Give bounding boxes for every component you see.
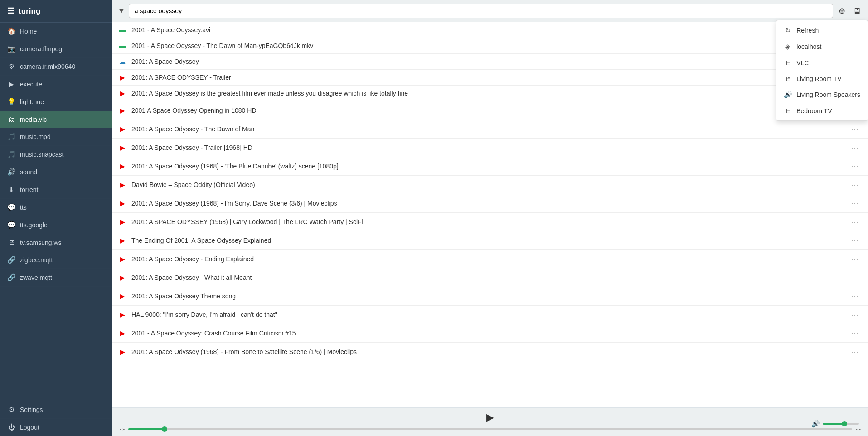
result-more-button[interactable]: ⋯ [849,328,861,338]
volume-knob[interactable] [842,421,847,426]
sidebar-item-sound[interactable]: 🔊 sound [0,163,112,181]
result-more-button[interactable]: ⋯ [849,143,861,153]
youtube-icon: ▶ [118,218,127,225]
sidebar-item-tts[interactable]: 💬 tts [0,199,112,216]
result-more-button[interactable]: ⋯ [849,273,861,283]
dropdown-vlc[interactable]: 🖥 VLC [776,55,868,71]
execute-icon: ▶ [7,80,15,88]
player-controls: ▶ [120,412,861,423]
sidebar-item-execute[interactable]: ▶ execute [0,76,112,93]
volume-area: 🔊 [811,420,859,428]
sidebar-item-media-vlc[interactable]: 🗂 media.vlc [0,111,112,128]
youtube-icon: ▶ [118,255,127,263]
torrent-icon: ⬇ [7,186,15,194]
sidebar-item-music-snapcast[interactable]: 🎵 music.snapcast [0,146,112,163]
result-more-button[interactable]: ⋯ [849,217,861,227]
result-row[interactable]: ▶2001: A Space Odyssey (1968) - 'The Blu… [112,157,868,176]
sidebar-item-camera-ffmpeg[interactable]: 📷 camera.ffmpeg [0,40,112,58]
player-progress: -:- -:- [120,426,861,432]
result-title: 2001: A Space Odyssey (1968) - I'm Sorry… [131,200,844,207]
media-icon: 🗂 [7,115,15,123]
dropdown-bedroom-tv[interactable]: 🖥 Bedroom TV [776,103,868,119]
results-list: ▬2001 - A Space Odyssey.avi▬2001 - A Spa… [112,22,868,407]
sidebar-item-light-hue-label: light.hue [20,98,44,105]
logout-icon: ⏻ [7,423,15,431]
result-title: 2001: A SPACE ODYSSEY - Trailer [131,74,861,81]
bedroom-tv-icon: 🖥 [784,107,792,115]
sidebar-item-camera-ir[interactable]: ⚙ camera.ir.mlx90640 [0,58,112,76]
dropdown-living-room-tv-label: Living Room TV [796,75,841,82]
result-row[interactable]: ▶David Bowie – Space Oddity (Official Vi… [112,176,868,194]
result-more-button[interactable]: ⋯ [849,291,861,301]
add-button[interactable]: ⊕ [837,5,847,17]
result-title: 2001: A Space Odyssey [131,58,861,65]
progress-bar[interactable] [128,428,852,430]
zigbee-icon: 🔗 [7,256,15,264]
result-row[interactable]: ▶2001: A SPACE ODYSSEY - Trailer [112,70,868,86]
result-row[interactable]: ▶2001: A Space Odyssey (1968) - From Bon… [112,343,868,361]
result-more-button[interactable]: ⋯ [849,124,861,134]
sidebar-item-torrent-label: torrent [20,186,38,193]
youtube-icon: ▶ [118,292,127,300]
result-more-button[interactable]: ⋯ [849,310,861,320]
settings-label: Settings [20,406,43,413]
result-row[interactable]: ▶2001: A Space Odyssey - Trailer [1968] … [112,139,868,157]
result-row[interactable]: ▶2001: A Space Odyssey Theme song⋯ [112,287,868,306]
search-input[interactable] [129,4,833,18]
menu-icon[interactable]: ☰ [7,6,14,16]
sidebar-item-zwave[interactable]: 🔗 zwave.mqtt [0,269,112,287]
dropdown-refresh-label: Refresh [796,27,819,34]
result-row[interactable]: ▶HAL 9000: "I'm sorry Dave, I'm afraid I… [112,306,868,324]
zwave-icon: 🔗 [7,273,15,282]
result-row[interactable]: ▬2001 - A Space Odyssey - The Dawn of Ma… [112,38,868,54]
result-title: 2001 - A Space Odyssey.avi [131,26,861,34]
tts-icon: 💬 [7,203,15,211]
result-row[interactable]: ▶2001 - A Space Odyssey: Crash Course Fi… [112,324,868,343]
result-row[interactable]: ▶2001 A Space Odyssey Opening in 1080 HD… [112,101,868,120]
sidebar-item-light-hue[interactable]: 💡 light.hue [0,93,112,111]
sidebar-item-settings[interactable]: ⚙ Settings [0,401,112,419]
dropdown-living-room-tv[interactable]: 🖥 Living Room TV [776,71,868,86]
result-row[interactable]: ▶2001: A Space Odyssey (1968) - I'm Sorr… [112,194,868,213]
play-button[interactable]: ▶ [486,412,494,423]
main-content: ▼ ⊕ 🖥 ↻ Refresh ◈ localhost 🖥 VLC 🖥 Livi… [112,0,868,436]
youtube-icon: ▶ [118,348,127,355]
progress-knob[interactable] [162,426,167,432]
result-row[interactable]: ▶2001: A Space Odyssey - The Dawn of Man… [112,120,868,139]
result-more-button[interactable]: ⋯ [849,198,861,208]
result-title: 2001 A Space Odyssey Opening in 1080 HD [131,107,844,114]
sidebar-item-home[interactable]: 🏠 Home [0,23,112,40]
result-title: David Bowie – Space Oddity (Official Vid… [131,181,844,188]
result-more-button[interactable]: ⋯ [849,180,861,190]
result-row[interactable]: ▬2001 - A Space Odyssey.avi [112,22,868,38]
filter-icon[interactable]: ▼ [118,7,125,15]
sidebar-item-torrent[interactable]: ⬇ torrent [0,181,112,199]
volume-bar[interactable] [823,423,859,425]
living-room-speakers-icon: 🔊 [784,91,792,99]
youtube-icon: ▶ [118,125,127,133]
youtube-icon: ▶ [118,330,127,337]
result-row[interactable]: ☁2001: A Space Odyssey [112,54,868,70]
header-actions: ⊕ 🖥 [837,5,863,17]
youtube-icon: ▶ [118,144,127,151]
result-row[interactable]: ▶2001: A Space Odyssey is the greatest f… [112,86,868,101]
result-row[interactable]: ▶2001: A Space Odyssey - Ending Explaine… [112,250,868,268]
result-more-button[interactable]: ⋯ [849,347,861,357]
result-more-button[interactable]: ⋯ [849,254,861,264]
result-more-button[interactable]: ⋯ [849,235,861,245]
dropdown-living-room-speakers-label: Living Room Speakers [796,91,860,98]
result-row[interactable]: ▶2001: A Space Odyssey - What it all Mea… [112,268,868,287]
sidebar-item-music-mpd[interactable]: 🎵 music.mpd [0,128,112,146]
dropdown-localhost[interactable]: ◈ localhost [776,38,868,55]
result-row[interactable]: ▶2001: A SPACE ODYSSEY (1968) | Gary Loc… [112,213,868,231]
dropdown-refresh[interactable]: ↻ Refresh [776,22,868,38]
monitor-button[interactable]: 🖥 [851,5,863,17]
sidebar-item-tv-samsung[interactable]: 🖥 tv.samsung.ws [0,234,112,251]
dropdown-living-room-speakers[interactable]: 🔊 Living Room Speakers [776,86,868,103]
sidebar-item-logout[interactable]: ⏻ Logout [0,419,112,436]
sidebar-item-zigbee[interactable]: 🔗 zigbee.mqtt [0,251,112,269]
sidebar-item-tts-google[interactable]: 💬 tts.google [0,216,112,234]
result-title: 2001: A Space Odyssey - What it all Mean… [131,274,844,281]
result-more-button[interactable]: ⋯ [849,161,861,171]
result-row[interactable]: ▶The Ending Of 2001: A Space Odyssey Exp… [112,231,868,250]
